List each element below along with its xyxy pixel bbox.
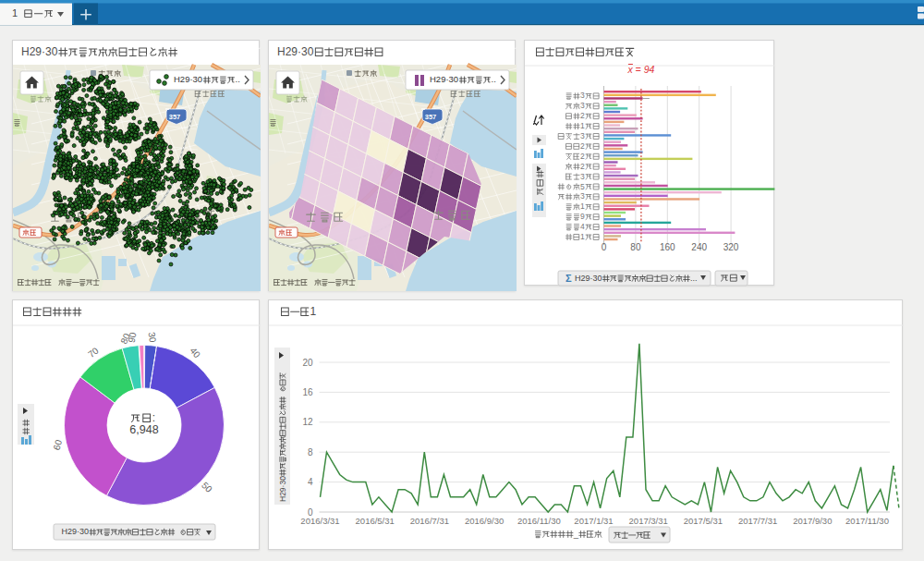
svg-text:H29·30: H29·30 (174, 74, 202, 84)
svg-text:40: 40 (188, 346, 202, 360)
svg-text::: : (152, 411, 155, 424)
svg-text:2: 2 (580, 141, 585, 151)
svg-text:2: 2 (580, 111, 585, 120)
svg-text:H29·30: H29·30 (277, 45, 314, 58)
svg-text:1: 1 (12, 7, 18, 18)
svg-text:2016/7/31: 2016/7/31 (410, 516, 449, 526)
svg-text:8: 8 (308, 447, 313, 457)
svg-text:3: 3 (580, 91, 585, 100)
svg-text:3: 3 (580, 131, 585, 140)
svg-text:x = 94: x = 94 (626, 64, 654, 75)
svg-text:2016/5/31: 2016/5/31 (356, 516, 395, 526)
svg-text:357: 357 (169, 113, 181, 121)
svg-text:0: 0 (602, 242, 607, 252)
svg-text:12: 12 (302, 417, 313, 427)
svg-text:80: 80 (630, 242, 641, 252)
svg-text:50: 50 (200, 480, 214, 494)
svg-text:2017/9/30: 2017/9/30 (793, 516, 832, 526)
svg-text:70: 70 (86, 345, 101, 360)
svg-text:2016/9/30: 2016/9/30 (465, 516, 504, 526)
svg-text:3: 3 (580, 172, 585, 181)
svg-text:240: 240 (691, 242, 707, 252)
svg-text:_: _ (573, 529, 579, 539)
svg-text:16: 16 (302, 387, 313, 397)
svg-text:3: 3 (580, 101, 585, 110)
svg-text:2016/3/31: 2016/3/31 (300, 516, 339, 526)
svg-text:...: ... (690, 274, 698, 283)
svg-text:H29·30: H29·30 (21, 45, 58, 58)
svg-text:2: 2 (580, 152, 585, 161)
svg-text:9: 9 (580, 212, 585, 221)
svg-text:Σ: Σ (565, 273, 572, 284)
svg-text:H29·30: H29·30 (278, 476, 287, 502)
svg-text:2016/11/30: 2016/11/30 (517, 516, 561, 526)
svg-text:4: 4 (308, 477, 313, 487)
svg-text:2017/3/31: 2017/3/31 (629, 516, 668, 526)
svg-text:160: 160 (660, 242, 675, 252)
svg-text:2017/5/31: 2017/5/31 (684, 516, 723, 526)
svg-text:60: 60 (52, 438, 65, 451)
svg-text:20: 20 (302, 358, 313, 368)
svg-text:1: 1 (580, 201, 585, 211)
svg-text:90: 90 (127, 331, 139, 343)
svg-text:2017/11/30: 2017/11/30 (845, 516, 889, 526)
svg-text:H29·30: H29·30 (62, 527, 90, 536)
svg-text:1: 1 (580, 121, 585, 130)
svg-text:5: 5 (580, 182, 585, 191)
svg-text:6,948: 6,948 (129, 423, 158, 436)
svg-text:357: 357 (425, 113, 437, 121)
svg-text:320: 320 (723, 242, 739, 252)
svg-text:..: .. (236, 74, 240, 84)
svg-text:1: 1 (580, 232, 585, 241)
svg-text:H29·30: H29·30 (575, 274, 602, 283)
svg-text:2017/7/31: 2017/7/31 (738, 516, 777, 526)
svg-text:4: 4 (580, 222, 585, 231)
svg-text:H29·30: H29·30 (430, 74, 458, 84)
svg-text:30: 30 (146, 331, 158, 343)
svg-text:1: 1 (310, 305, 316, 318)
svg-text:2017/1/31: 2017/1/31 (574, 516, 613, 526)
svg-text:..: .. (492, 74, 496, 84)
svg-text:2: 2 (580, 162, 585, 171)
svg-text:3: 3 (580, 191, 585, 201)
